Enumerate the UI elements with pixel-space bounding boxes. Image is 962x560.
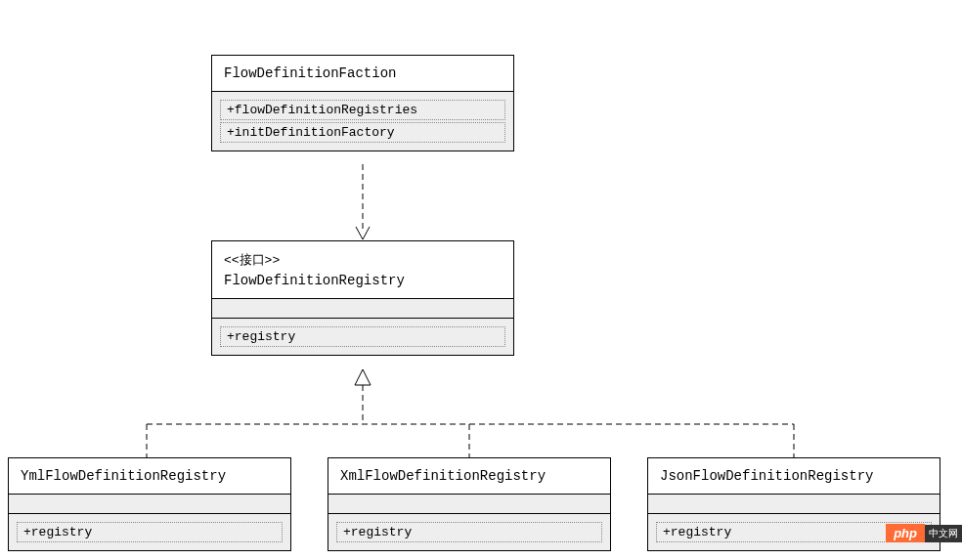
- class-title: XmlFlowDefinitionRegistry: [328, 458, 610, 495]
- attributes-section-empty: [212, 299, 513, 319]
- operations-section: +registry: [212, 319, 513, 355]
- uml-class-registry: <<接口>> FlowDefinitionRegistry +registry: [211, 240, 514, 356]
- class-title: <<接口>> FlowDefinitionRegistry: [212, 241, 513, 299]
- watermark: php 中文网: [886, 524, 962, 542]
- uml-class-factory: FlowDefinitionFaction +flowDefinitionReg…: [211, 55, 514, 151]
- operation: +registry: [336, 522, 602, 542]
- stereotype: <<接口>>: [224, 251, 502, 269]
- uml-class-yml: YmlFlowDefinitionRegistry +registry: [8, 457, 291, 551]
- operation: +initDefinitionFactory: [220, 122, 505, 143]
- attributes-section-empty: [9, 495, 290, 514]
- operations-section: +registry: [9, 514, 290, 550]
- attributes-section: +flowDefinitionRegistries +initDefinitio…: [212, 92, 513, 151]
- operation: +registry: [17, 522, 283, 542]
- attributes-section-empty: [328, 495, 610, 514]
- class-title: YmlFlowDefinitionRegistry: [9, 458, 290, 495]
- svg-marker-1: [355, 369, 371, 385]
- watermark-cn: 中文网: [925, 525, 962, 542]
- class-title: JsonFlowDefinitionRegistry: [648, 458, 940, 495]
- class-title: FlowDefinitionFaction: [212, 56, 513, 92]
- watermark-php: php: [886, 524, 925, 542]
- operation: +registry: [220, 326, 505, 347]
- uml-class-xml: XmlFlowDefinitionRegistry +registry: [328, 457, 611, 551]
- class-name: FlowDefinitionRegistry: [224, 273, 502, 288]
- operations-section: +registry: [328, 514, 610, 550]
- attribute: +flowDefinitionRegistries: [220, 100, 505, 120]
- attributes-section-empty: [648, 495, 940, 514]
